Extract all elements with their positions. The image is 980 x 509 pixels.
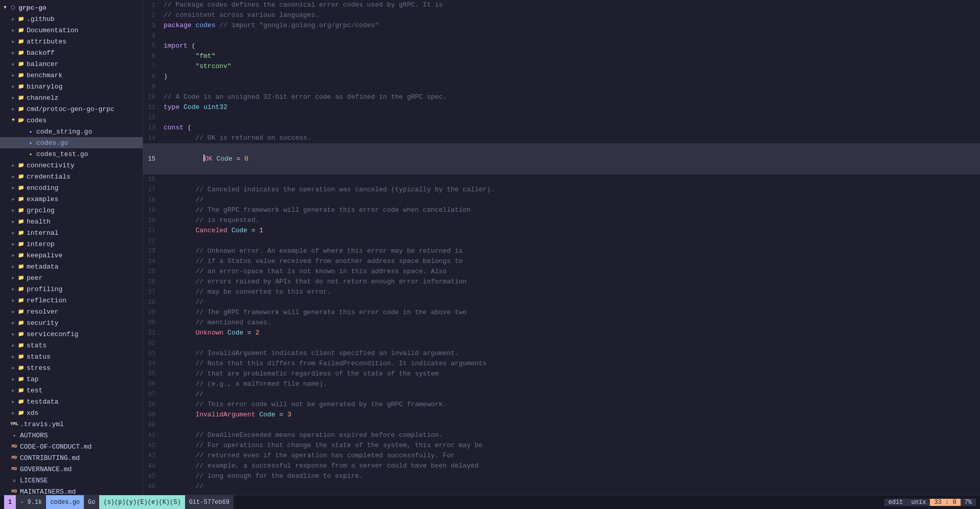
tree-item-balancer[interactable]: ▶ 📁 balancer [0,58,143,70]
tree-item-testdata[interactable]: ▶ 📁 testdata [0,396,143,407]
tree-item-security[interactable]: ▶ 📁 security [0,317,143,328]
line-num-20: 20 [143,215,164,226]
line-num-28: 28 [143,297,164,307]
tree-item-examples[interactable]: ▶ 📁 examples [0,193,143,205]
tree-item-cmd[interactable]: ▶ 📁 cmd/protoc-gen-go-grpc [0,103,143,115]
tree-item-codes-test-go[interactable]: ● codes_test.go [0,148,143,160]
code-line-34: 34 // Note that this differs from Failed… [143,359,980,369]
tree-item-xds[interactable]: ▶ 📁 xds [0,407,143,418]
tree-item-maintainers[interactable]: MD MAINTAINERS.md [0,486,143,495]
code-line-39: 39 InvalidArgument Code = 3 [143,410,980,420]
tree-item-documentation[interactable]: ▶ 📁 Documentation [0,25,143,36]
tree-item-tap[interactable]: ▶ 📁 tap [0,373,143,385]
tree-item-channelz[interactable]: ▶ 📁 channelz [0,92,143,103]
tree-item-encoding[interactable]: ▶ 📁 encoding [0,182,143,193]
authors-icon: ✦ [10,431,18,439]
code-line-7: 7 "strconv" [143,61,980,72]
tree-item-status[interactable]: ▶ 📁 status [0,351,143,362]
code-line-20: 20 // is requested. [143,215,980,226]
tree-item-peer[interactable]: ▶ 📁 peer [0,272,143,283]
testdata-label: testdata [27,398,58,406]
code-line-8: 8 ) [143,72,980,82]
channelz-label: channelz [27,94,58,102]
tree-item-binarylog[interactable]: ▶ 📁 binarylog [0,81,143,92]
tree-item-stress[interactable]: ▶ 📁 stress [0,362,143,373]
line-num-37: 37 [143,389,164,400]
interop-chevron: ▶ [10,241,16,247]
file-tree[interactable]: ▼ ⬡ grpc-go ▶ 📁 .github ▶ 📁 Documentatio… [0,0,143,495]
tree-item-codes-go[interactable]: ● codes.go [0,137,143,148]
reflection-chevron: ▶ [10,297,16,303]
code-line-13: 13 const ( [143,123,980,133]
tree-item-governance[interactable]: MD GOVERNANCE.md [0,463,143,475]
line-num-41: 41 [143,430,164,440]
tap-folder-icon: 📁 [17,375,25,383]
code-line-23: 23 // Unknown error. An example of where… [143,246,980,256]
tree-item-license[interactable]: ⚖ LICENSE [0,475,143,486]
authors-label: AUTHORS [20,432,48,439]
line-num-36: 36 [143,379,164,389]
profiling-folder-icon: 📁 [17,285,25,293]
tree-item-reflection[interactable]: ▶ 📁 reflection [0,295,143,306]
code-line-11: 11 type Code uint32 [143,102,980,113]
tree-item-test[interactable]: ▶ 📁 test [0,385,143,396]
code-line-37: 37 // [143,389,980,400]
connectivity-folder-icon: 📁 [17,161,25,169]
tree-item-codes[interactable]: ▼ 📂 codes [0,115,143,126]
tree-item-code-of-conduct[interactable]: MD CODE-OF-CONDUCT.md [0,441,143,452]
tree-item-interop[interactable]: ▶ 📁 interop [0,238,143,250]
tree-item-health[interactable]: ▶ 📁 health [0,216,143,227]
license-icon: ⚖ [10,476,18,484]
health-label: health [27,218,51,226]
tree-item-benchmark[interactable]: ▶ 📁 benchmark [0,70,143,81]
line-num-8: 8 [143,72,164,82]
resolver-label: resolver [27,308,58,316]
code-line-28: 28 // [143,297,980,307]
grpclog-chevron: ▶ [10,207,16,213]
line-num-35: 35 [143,369,164,379]
tree-item-authors[interactable]: ✦ AUTHORS [0,430,143,441]
line-num-24: 24 [143,256,164,267]
tree-item-travis[interactable]: YML .travis.yml [0,418,143,430]
tree-item-grpclog[interactable]: ▶ 📁 grpclog [0,205,143,216]
tree-item-metadata[interactable]: ▶ 📁 metadata [0,261,143,272]
code-line-38: 38 // This error code will not be genera… [143,400,980,410]
tree-item-serviceconfig[interactable]: ▶ 📁 serviceconfig [0,328,143,340]
tree-item-profiling[interactable]: ▶ 📁 profiling [0,283,143,295]
status-label: status [27,353,51,361]
code-line-30: 30 // mentioned cases. [143,318,980,328]
line-num-19: 19 [143,205,164,215]
tree-item-contributing[interactable]: MD CONTRIBUTING.md [0,452,143,463]
peer-chevron: ▶ [10,275,16,281]
tree-item-internal[interactable]: ▶ 📁 internal [0,227,143,238]
tree-item-attributes[interactable]: ▶ 📁 attributes [0,36,143,47]
status-seg-filename: codes.go [46,495,84,509]
status-seg-percent: 7% [961,499,976,506]
tree-item-github[interactable]: ▶ 📁 .github [0,13,143,25]
tree-item-backoff[interactable]: ▶ 📁 backoff [0,47,143,58]
code-line-43: 43 // returned even if the operation has… [143,451,980,461]
backoff-chevron: ▶ [10,50,16,56]
xds-folder-icon: 📁 [17,409,25,417]
tree-item-code-string-go[interactable]: ● code_string.go [0,126,143,137]
tree-item-credentials[interactable]: ▶ 📁 credentials [0,171,143,182]
code-line-24: 24 // if a Status value received from an… [143,256,980,267]
line-num-23: 23 [143,246,164,256]
peer-folder-icon: 📁 [17,274,25,282]
tree-item-connectivity[interactable]: ▶ 📁 connectivity [0,160,143,171]
code-line-17: 17 // Canceled indicates the operation w… [143,185,980,195]
tree-item-resolver[interactable]: ▶ 📁 resolver [0,306,143,317]
code-editor[interactable]: 1 // Package codes defines the canonical… [143,0,980,495]
channelz-folder-icon: 📁 [17,94,25,102]
credentials-folder-icon: 📁 [17,172,25,181]
status-seg-filesize: - 9.1k [16,495,46,509]
stats-label: stats [27,342,47,349]
tree-item-stats[interactable]: ▶ 📁 stats [0,340,143,351]
code-line-21: 21 Canceled Code = 1 [143,226,980,236]
benchmark-folder-icon: 📁 [17,71,25,79]
tree-root[interactable]: ▼ ⬡ grpc-go [0,2,143,13]
internal-chevron: ▶ [10,230,16,236]
resolver-chevron: ▶ [10,308,16,315]
governance-icon: MD [10,465,18,473]
tree-item-keepalive[interactable]: ▶ 📁 keepalive [0,250,143,261]
